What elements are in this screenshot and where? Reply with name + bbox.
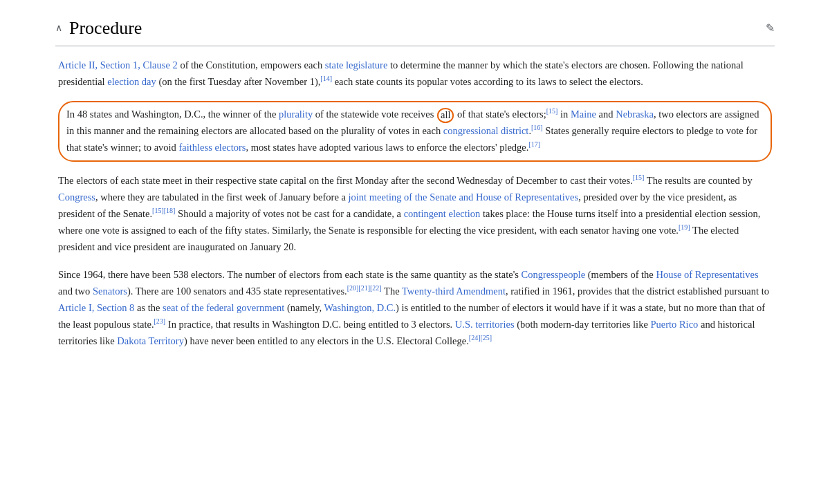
ref-18[interactable]: [18] <box>164 207 176 214</box>
link-election-day[interactable]: election day <box>107 76 156 87</box>
link-senators[interactable]: Senators <box>93 286 127 297</box>
link-congresspeople[interactable]: Congresspeople <box>522 269 586 280</box>
ref-14[interactable]: [14] <box>320 75 332 82</box>
link-washington-dc[interactable]: Washington, D.C. <box>324 302 396 313</box>
paragraph-1: Article II, Section 1, Clause 2 of the C… <box>58 57 772 91</box>
ref-20[interactable]: [20] <box>347 284 359 292</box>
edit-icon[interactable]: ✎ <box>766 19 775 37</box>
link-us-territories[interactable]: U.S. territories <box>455 319 515 330</box>
ref-17[interactable]: [17] <box>528 140 540 148</box>
link-joint-meeting[interactable]: joint meeting of the Senate and House of… <box>349 192 579 203</box>
link-maine[interactable]: Maine <box>571 109 596 120</box>
paragraph-4: Since 1964, there have been 538 electors… <box>58 267 772 350</box>
link-nebraska[interactable]: Nebraska <box>616 109 654 120</box>
paragraph-3: The electors of each state meet in their… <box>58 173 772 256</box>
ref-19[interactable]: [19] <box>679 223 690 231</box>
ref-25[interactable]: [25] <box>480 334 492 342</box>
link-article-2[interactable]: Article II, Section 1, Clause 2 <box>58 59 178 71</box>
paragraph-2-highlighted: In 48 states and Washington, D.C., the w… <box>58 101 772 162</box>
link-contingent-election[interactable]: contingent election <box>404 208 481 219</box>
collapse-icon[interactable]: ∧ <box>55 21 62 36</box>
ref-24[interactable]: [24] <box>469 334 481 342</box>
link-23rd-amendment[interactable]: Twenty-third Amendment <box>402 286 506 297</box>
section-title-area: ∧ Procedure <box>55 14 142 43</box>
link-congress[interactable]: Congress <box>58 192 95 203</box>
link-state-legislature[interactable]: state legislature <box>325 59 388 71</box>
link-puerto-rico[interactable]: Puerto Rico <box>650 319 698 330</box>
section-header: ∧ Procedure ✎ <box>55 14 775 46</box>
circle-all: all <box>437 108 454 122</box>
link-house-of-reps[interactable]: House of Representatives <box>656 269 758 280</box>
link-dakota-territory[interactable]: Dakota Territory <box>117 335 184 346</box>
ref-21[interactable]: [21] <box>358 284 370 292</box>
ref-23[interactable]: [23] <box>154 317 166 325</box>
ref-22[interactable]: [22] <box>370 284 382 292</box>
ref-15b[interactable]: [15] <box>633 174 645 181</box>
link-seat-federal-govt[interactable]: seat of the federal government <box>163 302 284 313</box>
paragraph-2: In 48 states and Washington, D.C., the w… <box>66 106 764 156</box>
section-title: Procedure <box>69 14 142 43</box>
ref-16[interactable]: [16] <box>531 124 543 132</box>
link-faithless-electors[interactable]: faithless electors <box>178 142 246 153</box>
link-article-1-section-8[interactable]: Article I, Section 8 <box>58 302 134 313</box>
link-plurality[interactable]: plurality <box>279 109 313 120</box>
page-container: ∧ Procedure ✎ Article II, Section 1, Cla… <box>35 0 795 388</box>
link-congressional-district[interactable]: congressional district <box>443 125 529 136</box>
content-area: Article II, Section 1, Clause 2 of the C… <box>55 57 775 350</box>
ref-15a[interactable]: [15] <box>546 108 558 115</box>
ref-15c[interactable]: [15] <box>152 207 164 214</box>
